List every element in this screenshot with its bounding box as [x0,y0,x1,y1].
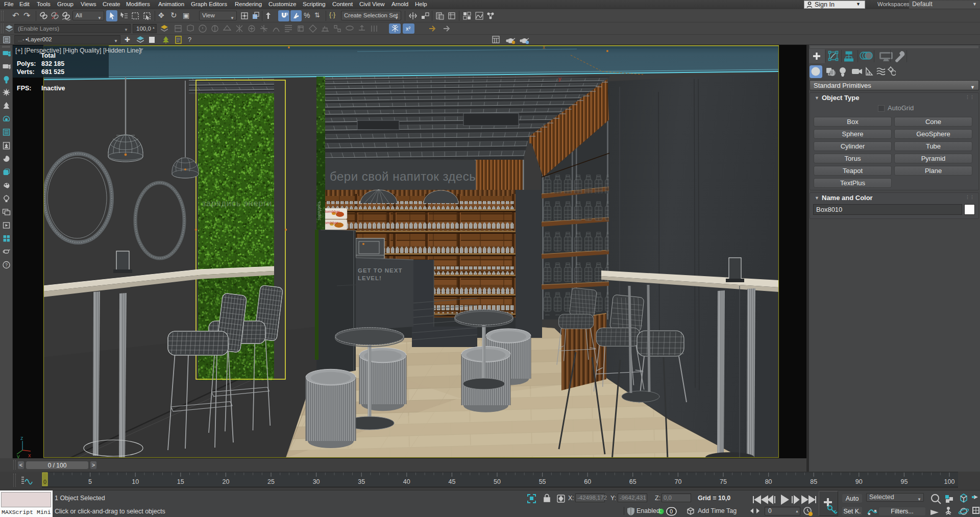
svg-text:x: x [28,452,31,458]
svg-text:3: 3 [286,12,288,16]
svg-text:90: 90 [855,478,863,485]
svg-text:y: y [558,76,561,82]
svg-text:55: 55 [539,478,546,485]
svg-text:10: 10 [132,478,139,485]
svg-text:0: 0 [43,479,46,485]
svg-text:60: 60 [584,478,591,485]
svg-text:0: 0 [670,508,673,514]
svg-text:95: 95 [900,478,908,485]
svg-text:Bombbar: Bombbar [323,209,340,214]
svg-text:зарядись: зарядись [316,201,322,220]
svg-text:45: 45 [448,478,455,485]
svg-text:20: 20 [222,478,229,485]
svg-text:LEVEL!: LEVEL! [358,275,382,281]
svg-text:15: 15 [177,478,184,485]
svg-text:y: y [17,453,20,458]
svg-text:681 525: 681 525 [41,68,64,76]
svg-text:Total: Total [41,52,56,59]
svg-text:Inactive: Inactive [41,85,65,92]
svg-text:GET TO NEXT: GET TO NEXT [358,267,402,274]
svg-text:832 185: 832 185 [41,60,64,67]
svg-text:30: 30 [313,478,320,485]
svg-text:35: 35 [358,478,365,485]
svg-text:?: ? [5,262,8,267]
svg-text:Verts:: Verts: [17,68,35,76]
svg-text:50: 50 [494,478,501,485]
svg-text:75: 75 [720,478,727,485]
svg-text:25: 25 [267,478,275,485]
svg-text:80: 80 [765,478,772,485]
svg-text:Polys:: Polys: [17,60,36,67]
svg-text:бери свой напиток здесь: бери свой напиток здесь [330,169,476,183]
svg-text:5: 5 [88,478,92,485]
svg-text:40: 40 [403,478,410,485]
svg-text:x²: x² [406,26,411,32]
svg-text:FPS:: FPS: [17,85,31,92]
svg-text:[+] [Perspective] [High Qualit: [+] [Perspective] [High Quality] [Hidden… [15,47,141,54]
svg-text:100: 100 [944,478,955,485]
svg-text:70: 70 [674,478,681,485]
svg-text:z: z [20,435,23,441]
svg-text:85: 85 [810,478,817,485]
svg-text:зарядись энерги: зарядись энерги [202,199,272,208]
svg-text:65: 65 [629,478,636,485]
